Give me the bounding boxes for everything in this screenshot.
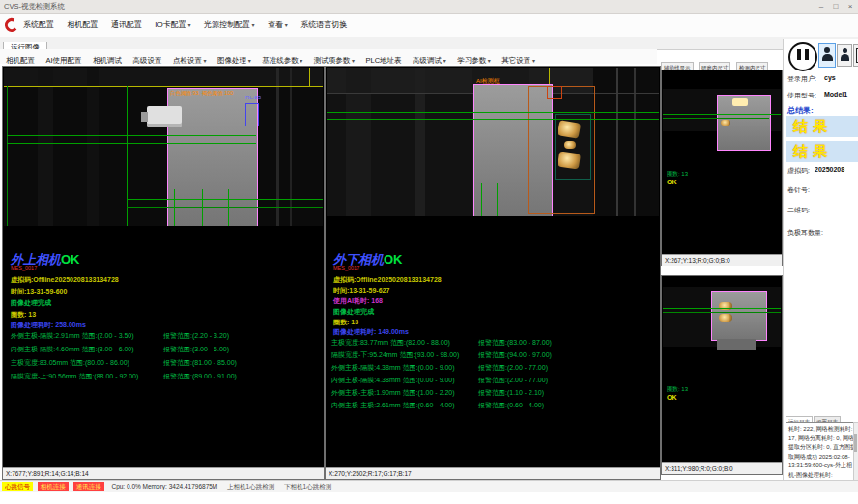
measure-line-green [7, 143, 256, 144]
center-camera-panel: AI检测框 外下相机OK MES_0017 虚拟码:Offline2025020… [325, 66, 661, 480]
right-bottom-camera-image[interactable]: 圈数: 13 OK [663, 277, 781, 462]
center-measure-row: 隔膜宽度-下:95.24mm 范围:(93.00 - 98.00) [331, 350, 459, 360]
measure-line-green [663, 114, 781, 115]
camera-link-status-badge: 相机连接 [38, 482, 69, 491]
baseline-green-mid [127, 86, 128, 226]
tab-glint [564, 141, 576, 149]
left-info-turns: 圈数: 13 [11, 310, 36, 320]
result-badge-top: 结果 [786, 116, 858, 137]
baseline-yellow-v [309, 68, 310, 86]
left-camera-name: 外上相机 [11, 252, 61, 266]
left-alarm-row: 报警范围:(81.00 - 85.00) [163, 358, 237, 368]
toolbar: 相机配置 AI使用配置 相机调试 高级设置 点检设置 图像处理 基准线参数 测试… [0, 49, 657, 64]
left-info-done: 图像处理完成 [11, 298, 51, 308]
left-alarm-row: 报警范围:(3.00 - 6.00) [163, 345, 229, 354]
small-detect-box [547, 86, 562, 99]
menu-item-view[interactable]: 查看 [268, 14, 288, 37]
comm-link-status-badge: 通讯连接 [73, 482, 104, 491]
log-scrollbar-thumb[interactable] [854, 434, 857, 452]
left-measure-row: 外侧主极-隔膜:2.91mm 范围:(2.00 - 3.50) [11, 331, 134, 341]
left-info-elapsed: 图像处理耗时: 258.00ms [11, 321, 86, 330]
right-top-camera-image[interactable]: 圈数: 13 OK [663, 71, 781, 254]
cell-tail [717, 339, 756, 350]
bright-blob [732, 98, 748, 106]
menu-item-comm-config[interactable]: 通讯配置 [111, 14, 142, 37]
user-icon [843, 48, 847, 53]
center-info-turns: 圈数: 13 [333, 318, 358, 327]
center-camera-status: OK [384, 252, 403, 266]
menu-item-camera-config[interactable]: 相机配置 [67, 14, 98, 37]
current-user-button[interactable] [818, 43, 836, 68]
center-alarm-row: 报警范围:(1.10 - 2.10) [478, 388, 544, 398]
menu-item-system-config[interactable]: 系统配置 [23, 14, 54, 37]
minimize-button[interactable]: – [815, 1, 828, 12]
left-measure-row: 主极宽度:83.05mm 范围:(80.00 - 86.00) [11, 358, 129, 368]
menu-item-language-switch[interactable]: 系统语言切换 [300, 14, 347, 37]
needle-number-label: 卷针号: [787, 185, 810, 195]
result-badge-bottom: 结果 [786, 141, 858, 162]
baseline-yellow-h [4, 86, 323, 87]
center-alarm-row: 报警范围:(2.00 - 77.00) [478, 376, 548, 385]
center-measure-row: 内侧主极-隔膜:4.38mm 范围:(0.00 - 9.00) [331, 376, 455, 385]
tab-glint [558, 152, 581, 170]
app-window: CVS-视觉检测系统 – □ × 系统配置 相机配置 通讯配置 IO卡配置 光源… [0, 0, 858, 504]
total-result-label: 总结果: [787, 105, 814, 116]
right-bottom-overlay-turns: 圈数: 13 [667, 385, 688, 394]
left-camera-status: OK [61, 252, 80, 266]
right-top-overlay-turns: 圈数: 13 [667, 170, 688, 179]
status-bar: 心跳信号 相机连接 通讯连接 Cpu: 0.0% Memory: 3424.41… [0, 480, 858, 492]
center-alarm-row: 报警范围:(83.00 - 87.00) [478, 338, 552, 348]
menu-item-io-config[interactable]: IO卡配置 [155, 14, 190, 37]
center-alarm-row: 报警范围:(94.00 - 97.00) [478, 350, 552, 360]
maximize-button[interactable]: □ [829, 1, 843, 12]
measure-line-green-v [174, 189, 175, 226]
qr-code-label: 二维码: [787, 206, 810, 215]
cpu-memory-readout: Cpu: 0.0% Memory: 3424.41796875M [111, 481, 217, 492]
center-alarm-row: 报警范围:(2.00 - 77.00) [478, 363, 548, 373]
user-manage-button[interactable] [837, 44, 852, 67]
machine-streak [290, 68, 292, 226]
left-camera-image[interactable]: 白色阈值:93, 褐色阈值:100 RL:83 [4, 68, 323, 226]
exit-button[interactable]: → [853, 44, 858, 67]
machine-bright-line [616, 68, 618, 216]
center-info-time: 时间:13-31-59-627 [333, 286, 389, 295]
left-pixel-readout: X:7677;Y:891;R:14;G:14;B:14 [3, 467, 324, 479]
ai-detect-label: AI检测框 [476, 77, 500, 86]
blue-measure-label: RL:83 [245, 95, 261, 100]
user-icon [824, 47, 830, 53]
center-info-code: 虚拟码:Offline20250208133134728 [333, 275, 442, 285]
pause-icon [797, 49, 801, 60]
baseline-green-left [7, 86, 8, 226]
right-top-pixel-readout: X:267;Y:13;R:0;G:0;B:0 [662, 254, 782, 266]
app-logo-icon [4, 17, 19, 37]
right-panel-tabs: 辅助线显示 研磨内尺寸 检测内尺寸 [661, 56, 783, 69]
title-bar: CVS-视觉检测系统 – □ × [0, 0, 858, 14]
measure-line-green [663, 118, 769, 119]
center-camera-image[interactable]: AI检测框 [327, 68, 659, 216]
measure-line-green [663, 312, 781, 313]
center-info-done: 图像处理完成 [333, 307, 374, 317]
pause-icon [805, 49, 809, 60]
right-top-camera-panel: 圈数: 13 OK X:267;Y:13;R:0;G:0;B:0 [661, 70, 783, 266]
center-measure-row: 外侧主极-隔膜:4.38mm 范围:(0.00 - 9.00) [331, 363, 455, 373]
left-alarm-row: 报警范围:(89.00 - 91.00) [163, 372, 237, 381]
bottom-camera-heartbeat-text: 下相机1心跳检测 [284, 481, 331, 492]
connector-tip [141, 112, 148, 122]
machine-bright-line [634, 68, 636, 216]
right-bottom-overlay-ok: OK [667, 394, 677, 401]
login-user-label: 登录用户: [787, 74, 816, 84]
close-button[interactable]: × [844, 1, 857, 12]
center-measure-row: 内侧主极-主极:2.61mm 范围:(0.60 - 4.00) [331, 401, 455, 410]
pause-button[interactable] [788, 42, 817, 71]
menu-item-light-config[interactable]: 光源控制配置 [204, 14, 255, 37]
machine-streak [87, 68, 99, 226]
center-info-ai-time: 使用AI耗时: 168 [333, 296, 383, 306]
measure-line-green [7, 135, 256, 136]
measure-line-green [127, 207, 323, 208]
measure-line-green [327, 119, 659, 120]
user-icon [822, 54, 833, 61]
measure-line-green-v [497, 183, 498, 216]
measure-line-green-v [481, 183, 482, 216]
right-top-overlay-ok: OK [667, 179, 677, 185]
baseline-yellow-v [549, 68, 550, 84]
